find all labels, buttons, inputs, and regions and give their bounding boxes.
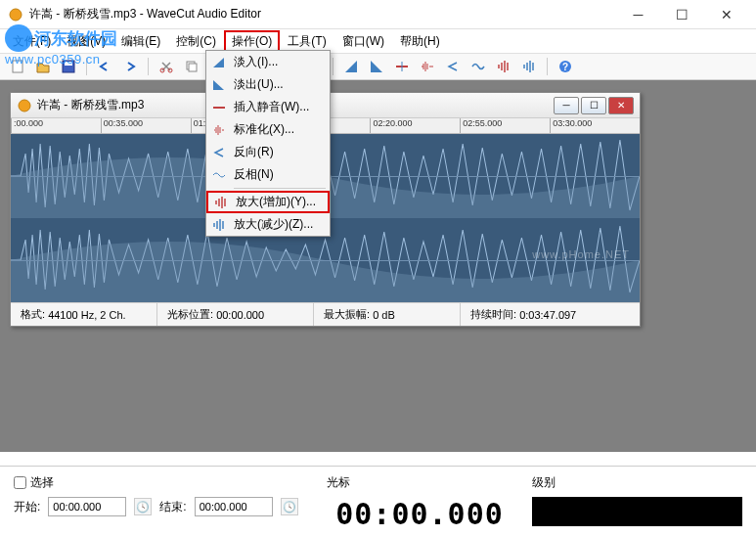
dd-amplify-increase[interactable]: 放大(增加)(Y)... <box>206 191 330 213</box>
operation-dropdown: 淡入(I)... 淡出(U)... 插入静音(W)... 标准化(X)... 反… <box>205 50 331 237</box>
level-meter <box>532 497 742 526</box>
dd-silence[interactable]: 插入静音(W)... <box>206 96 330 118</box>
fadein-icon[interactable] <box>341 57 361 76</box>
doc-status-bar: 格式: 44100 Hz, 2 Ch. 光标位置: 00:00.000 最大振幅… <box>11 302 640 326</box>
minimize-button[interactable]: ─ <box>616 1 660 28</box>
menu-window[interactable]: 窗口(W) <box>334 30 392 53</box>
doc-minimize-button[interactable]: ─ <box>554 97 579 114</box>
silence-icon[interactable] <box>392 57 412 76</box>
start-label: 开始: <box>14 499 40 515</box>
invert-icon[interactable] <box>468 57 488 76</box>
cut-button[interactable] <box>156 57 176 76</box>
doc-icon <box>17 98 32 113</box>
copy-button[interactable] <box>182 57 201 76</box>
dd-invert[interactable]: 反相(N) <box>206 163 330 186</box>
close-button[interactable]: ✕ <box>704 1 748 28</box>
doc-maximize-button[interactable]: ☐ <box>581 97 606 114</box>
site-watermark: 河东软件园 www.pc0359.cn <box>5 24 117 67</box>
bottom-panel: 选择 开始: 🕓 结束: 🕓 光标 00:00.000 级别 <box>0 466 756 536</box>
menu-help[interactable]: 帮助(H) <box>392 30 448 53</box>
help-button[interactable]: ? <box>556 57 575 76</box>
menu-edit[interactable]: 编辑(E) <box>113 30 168 53</box>
normalize-icon[interactable] <box>418 57 437 76</box>
end-input[interactable] <box>195 497 273 516</box>
maximize-button[interactable]: ☐ <box>660 1 704 28</box>
redo-button[interactable] <box>120 57 140 76</box>
end-label: 结束: <box>159 499 186 515</box>
app-icon <box>8 7 23 22</box>
cursor-time-display: 00:00.000 <box>335 497 504 531</box>
select-checkbox[interactable] <box>14 476 26 489</box>
end-clock-button[interactable]: 🕓 <box>281 498 298 515</box>
dd-fadeout[interactable]: 淡出(U)... <box>206 73 330 96</box>
wave-watermark: www.pHome.NET <box>532 248 630 260</box>
svg-rect-7 <box>189 64 197 71</box>
dd-normalize[interactable]: 标准化(X)... <box>206 118 330 141</box>
svg-point-0 <box>10 9 22 21</box>
amplify-inc-icon[interactable] <box>494 57 513 76</box>
fadeout-icon[interactable] <box>367 57 386 76</box>
svg-text:?: ? <box>562 62 568 72</box>
doc-close-button[interactable]: ✕ <box>608 97 634 114</box>
dd-reverse[interactable]: 反向(R) <box>206 141 330 163</box>
select-label: 选择 <box>30 474 54 491</box>
start-input[interactable] <box>48 497 126 516</box>
reverse-icon[interactable] <box>443 57 463 76</box>
dd-fadein[interactable]: 淡入(I)... <box>206 51 330 73</box>
cursor-section-label: 光标 <box>327 474 350 491</box>
workspace: 许嵩 - 断桥残雪.mp3 ─ ☐ ✕ :00.000 00:35.000 01… <box>0 80 756 452</box>
level-label: 级别 <box>532 474 556 491</box>
svg-point-18 <box>19 100 30 112</box>
dd-amplify-decrease[interactable]: 放大(减少)(Z)... <box>206 213 330 236</box>
amplify-dec-icon[interactable] <box>519 57 539 76</box>
start-clock-button[interactable]: 🕓 <box>134 498 152 515</box>
window-title: 许嵩 - 断桥残雪.mp3 - WaveCut Audio Editor <box>29 6 616 22</box>
